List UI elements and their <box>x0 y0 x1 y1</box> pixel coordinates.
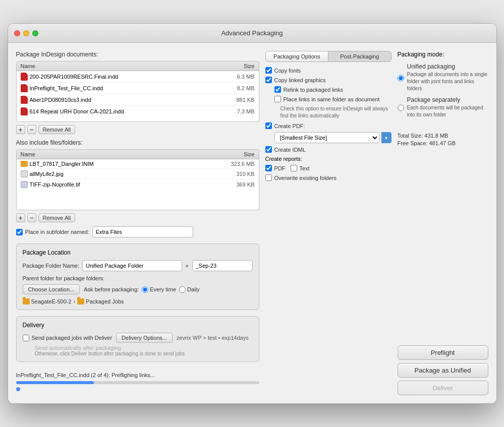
daily-option[interactable]: Daily <box>179 286 199 293</box>
total-size-value: 431.8 MB <box>424 133 448 139</box>
place-links-checkbox[interactable] <box>274 96 281 102</box>
choose-location-btn[interactable]: Choose Location... <box>23 284 80 294</box>
subfolder-input[interactable]: Extra Files <box>92 226 193 237</box>
remove-all-indesign-btn[interactable]: Remove All <box>38 125 76 134</box>
unified-desc: Package all documents into a single fold… <box>407 71 488 92</box>
preflight-btn[interactable]: Preflight <box>398 345 488 360</box>
pdf-preset-select[interactable]: [Smallest File Size] <box>274 132 379 143</box>
select-arrow-icon: ▾ <box>381 132 391 143</box>
table-row[interactable]: InPreflight_Test_File_CC.indd 8.2 MB <box>17 83 259 94</box>
send-jobs-checkbox[interactable] <box>23 335 29 341</box>
delivery-info: zevrix WP > test • exp14days <box>177 335 249 341</box>
remove-indesign-btn[interactable]: − <box>27 125 36 134</box>
progress-section: InPreflight_Test_File_CC.indd (2 of 4): … <box>16 368 259 395</box>
separate-radio[interactable] <box>398 97 404 118</box>
create-pdf-checkbox[interactable] <box>265 123 272 129</box>
extras-controls: + − Remove All <box>16 213 259 222</box>
jpg-icon <box>21 170 28 177</box>
package-unified-btn[interactable]: Package as Unified <box>398 363 488 378</box>
date-sep-input[interactable]: _Sep-23 <box>192 260 253 271</box>
breadcrumb-seagate: SeagateE-500-2 <box>23 298 72 304</box>
add-extras-btn[interactable]: + <box>16 213 25 222</box>
tif-icon <box>21 181 28 188</box>
delivery-options-btn[interactable]: Delivery Options... <box>116 333 173 343</box>
table-row[interactable]: 614 Repeat URH Donor CA-2021.indd 7.3 MB <box>17 106 259 117</box>
delivery-section: Delivery Send packaged jobs with Deliver… <box>16 316 259 362</box>
ask-before-label: Ask before packaging: <box>84 286 139 292</box>
every-time-option[interactable]: Every time <box>142 286 176 293</box>
unified-radio[interactable] <box>398 64 404 92</box>
col-size: Size <box>244 63 254 69</box>
every-time-label: Every time <box>150 286 176 292</box>
tab-post-packaging[interactable]: Post-Packaging <box>328 51 391 62</box>
reports-row: PDF Text <box>265 165 391 171</box>
indesign-files-table: Name Size 200-205PAR1009RESRC.Final.indd… <box>16 61 259 122</box>
pkg-folder-row: Package Folder Name: Unified Package Fol… <box>23 260 253 271</box>
progress-bar-fill <box>16 381 94 384</box>
subfolder-checkbox[interactable] <box>16 229 23 235</box>
copy-linked-checkbox[interactable] <box>265 77 272 83</box>
relink-row: Relink to packaged links <box>274 86 391 93</box>
table-row[interactable]: Aber1PD080910cs3.indd 881 KB <box>17 94 259 106</box>
place-links-row: Place links in same folder as document <box>274 96 391 102</box>
copy-fonts-checkbox[interactable] <box>265 67 272 74</box>
unified-option-content: Unified packaging Package all documents … <box>407 63 488 92</box>
maximize-button[interactable] <box>32 30 38 36</box>
deliver-btn[interactable]: Deliver <box>398 381 488 395</box>
overwrite-checkbox[interactable] <box>265 174 272 181</box>
table-row[interactable]: 200-205PAR1009RESRC.Final.indd 6.3 MB <box>17 71 259 83</box>
table-row[interactable]: TIFF-zip-Noprofile.tif 369 KB <box>17 179 259 190</box>
indesign-table-header: Name Size <box>17 62 259 71</box>
total-size-row: Total Size: 431.8 MB <box>398 133 488 139</box>
create-idml-label: Create IDML <box>274 147 306 153</box>
create-reports-label-row: Create reports: <box>265 156 391 162</box>
window-title: Advanced Packaging <box>221 29 283 37</box>
table-row[interactable]: allMyLife2.jpg 310 KB <box>17 169 259 179</box>
col-name: Name <box>21 63 35 69</box>
breadcrumb-arrow: › <box>74 298 76 304</box>
add-indesign-btn[interactable]: + <box>16 125 25 134</box>
table-row[interactable]: LBT_07817_Dangler.INIM 323.6 MB <box>17 159 259 169</box>
send-jobs-label[interactable]: Send packaged jobs with Deliver <box>23 335 113 341</box>
text-report-checkbox[interactable] <box>291 165 297 171</box>
subfolder-checkbox-label[interactable]: Place in subfolder named: <box>16 229 89 235</box>
deliver-note: Otherwise, click Deliver button after pa… <box>35 351 253 356</box>
create-idml-checkbox[interactable] <box>265 146 272 153</box>
relink-label: Relink to packaged links <box>284 87 344 93</box>
delivery-title: Delivery <box>23 322 253 329</box>
row-name: 200-205PAR1009RESRC.Final.indd <box>21 73 233 81</box>
indesign-controls: + − Remove All <box>16 125 259 134</box>
breadcrumb: SeagateE-500-2 › Packaged Jobs <box>23 298 253 304</box>
pdf-report-checkbox[interactable] <box>265 165 272 171</box>
create-pdf-label: Create PDF: <box>274 123 305 129</box>
row-name: Aber1PD080910cs3.indd <box>21 96 233 104</box>
separate-label: Package separately <box>407 96 488 103</box>
minimize-button[interactable] <box>23 30 29 36</box>
total-size-label: Total Size: <box>398 133 423 139</box>
extras-rows: LBT_07817_Dangler.INIM 323.6 MB allMyLif… <box>17 159 259 210</box>
pkg-folder-input[interactable]: Unified Package Folder <box>82 260 182 271</box>
daily-radio[interactable] <box>179 286 186 293</box>
row-name: allMyLife2.jpg <box>21 170 233 177</box>
remove-all-extras-btn[interactable]: Remove All <box>38 213 76 222</box>
ask-before-group: Ask before packaging: Every time Daily <box>84 286 199 293</box>
package-location: Package Location Package Folder Name: Un… <box>16 243 259 310</box>
action-buttons: Preflight Package as Unified Deliver <box>398 345 488 395</box>
auto-send-label: Send automatically after packaging <box>35 345 253 351</box>
parent-folder-label: Parent folder for package folders: <box>23 275 253 281</box>
close-button[interactable] <box>14 30 20 36</box>
tab-packaging-options[interactable]: Packaging Options <box>266 51 329 62</box>
separate-option-content: Package separately Each documents will b… <box>407 96 488 118</box>
every-time-radio[interactable] <box>142 286 148 293</box>
row-name: LBT_07817_Dangler.INIM <box>21 161 227 167</box>
extras-table: Name Size LBT_07817_Dangler.INIM 323.6 M… <box>16 149 259 210</box>
copy-fonts-row: Copy fonts <box>265 67 391 74</box>
remove-extras-btn[interactable]: − <box>27 213 36 222</box>
indd-icon <box>21 96 28 104</box>
relink-checkbox[interactable] <box>274 86 281 93</box>
copy-linked-row: Copy linked graphics <box>265 77 391 83</box>
create-pdf-row: Create PDF: <box>265 123 391 129</box>
subfolder-label: Place in subfolder named: <box>25 229 89 235</box>
middle-panel: Packaging Options Post-Packaging Copy fo… <box>265 51 391 395</box>
content-area: Package InDesign documents: Name Size 20… <box>8 43 496 403</box>
